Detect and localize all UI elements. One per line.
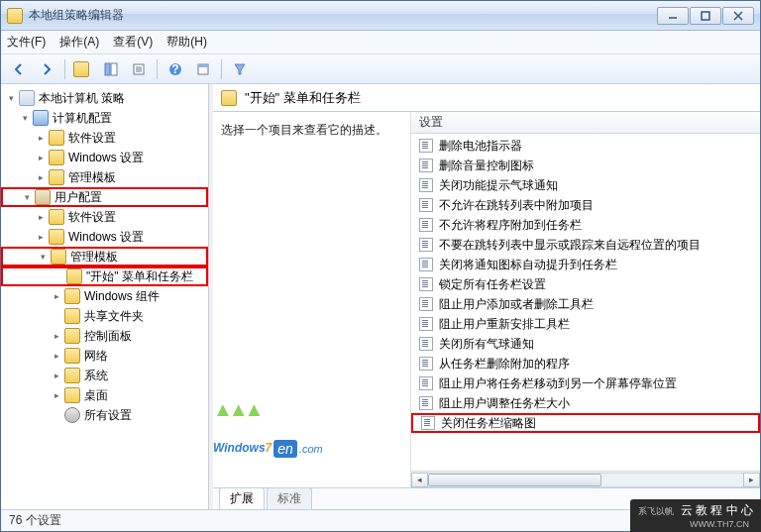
footer-main: 云 教 程 中 心: [681, 503, 753, 517]
tree-computer[interactable]: ▾计算机配置: [1, 108, 208, 128]
menubar: 文件(F) 操作(A) 查看(V) 帮助(H): [1, 31, 760, 54]
expander-icon[interactable]: ▾: [37, 251, 49, 263]
tree-user[interactable]: ▾用户配置: [1, 187, 208, 207]
expander-icon[interactable]: ▸: [35, 152, 47, 163]
tree-startmenu[interactable]: •"开始" 菜单和任务栏: [1, 266, 208, 286]
tree-winset1[interactable]: ▸Windows 设置: [1, 148, 208, 167]
list-item-label: 锁定所有任务栏设置: [439, 276, 546, 293]
app-window: 本地组策略编辑器 文件(F) 操作(A) 查看(V) 帮助(H) ? ▾本地计算…: [0, 0, 761, 532]
scroll-track[interactable]: [428, 473, 743, 487]
folder-icon: [66, 268, 82, 284]
policy-item-icon: [419, 258, 433, 271]
expander-icon[interactable]: ▸: [35, 171, 47, 183]
tree-admintpl1[interactable]: ▸管理模板: [1, 167, 208, 187]
menu-help[interactable]: 帮助(H): [166, 34, 207, 51]
svg-rect-1: [702, 12, 709, 20]
h-scrollbar[interactable]: ◂ ▸: [411, 471, 760, 487]
tab-standard[interactable]: 标准: [267, 487, 312, 509]
tree-label: 网络: [84, 348, 108, 365]
export-button[interactable]: [127, 57, 151, 81]
policy-item-icon: [421, 416, 435, 430]
properties-button[interactable]: [191, 57, 215, 81]
tree-wincmp[interactable]: ▸Windows 组件: [1, 286, 208, 306]
list-item[interactable]: 删除音量控制图标: [411, 156, 760, 175]
pane-heading: "开始" 菜单和任务栏: [213, 84, 760, 112]
help-button[interactable]: ?: [163, 57, 187, 81]
minimize-button[interactable]: [657, 7, 689, 25]
tree-root[interactable]: ▾本地计算机 策略: [1, 88, 208, 108]
tree-system[interactable]: ▸系统: [1, 366, 208, 385]
footer-badge: 系飞以帆 云 教 程 中 心 WWW.TH7.CN: [630, 499, 761, 532]
expander-icon[interactable]: ▾: [5, 92, 17, 104]
scroll-thumb[interactable]: [428, 474, 601, 486]
tree-network[interactable]: ▸网络: [1, 346, 208, 366]
back-button[interactable]: [7, 57, 31, 81]
expander-icon[interactable]: ▸: [51, 370, 62, 381]
list-item[interactable]: 关闭将通知图标自动提升到任务栏: [411, 255, 760, 274]
expander-icon[interactable]: ▸: [35, 231, 47, 243]
svg-rect-4: [105, 63, 110, 75]
expander-icon[interactable]: ▸: [51, 330, 62, 342]
tree-label: Windows 设置: [68, 150, 144, 166]
expander-icon[interactable]: ▸: [51, 350, 62, 362]
titlebar[interactable]: 本地组策略编辑器: [1, 1, 760, 31]
content-area: 选择一个项目来查看它的描述。 设置 删除电池指示器删除音量控制图标关闭功能提示气…: [213, 112, 760, 487]
list-item[interactable]: 不允许将程序附加到任务栏: [411, 215, 760, 235]
tree-label: 本地计算机 策略: [39, 90, 125, 107]
list-item[interactable]: 从任务栏删除附加的程序: [411, 354, 760, 373]
list-item[interactable]: 阻止用户调整任务栏大小: [411, 393, 760, 413]
menu-file[interactable]: 文件(F): [7, 34, 46, 51]
filter-button[interactable]: [228, 57, 252, 81]
policy-item-icon: [419, 297, 433, 311]
list-item[interactable]: 删除电池指示器: [411, 136, 760, 156]
folder-icon: [49, 229, 64, 245]
list-item[interactable]: 不要在跳转列表中显示或跟踪来自远程位置的项目: [411, 235, 760, 255]
list-item[interactable]: 阻止用户重新安排工具栏: [411, 314, 760, 334]
column-header[interactable]: 设置: [411, 112, 760, 134]
folder-icon: [64, 348, 80, 364]
settings-list[interactable]: 删除电池指示器删除音量控制图标关闭功能提示气球通知不允许在跳转列表中附加项目不允…: [411, 134, 760, 471]
tree-winset2[interactable]: ▸Windows 设置: [1, 227, 208, 247]
maximize-button[interactable]: [690, 7, 721, 25]
scroll-left-icon[interactable]: ◂: [411, 473, 428, 487]
tree-soft2[interactable]: ▸软件设置: [1, 207, 208, 227]
tree-shared[interactable]: •共享文件夹: [1, 306, 208, 326]
tree-ctrlpanel[interactable]: ▸控制面板: [1, 326, 208, 346]
expander-icon[interactable]: ▸: [35, 211, 47, 223]
heading-text: "开始" 菜单和任务栏: [245, 89, 361, 107]
expander-icon[interactable]: ▸: [51, 290, 62, 302]
client-area: ▾本地计算机 策略 ▾计算机配置 ▸软件设置 ▸Windows 设置 ▸管理模板…: [1, 84, 760, 509]
tree-desktop[interactable]: ▸桌面: [1, 385, 208, 405]
forward-button[interactable]: [35, 57, 58, 81]
footer-small: 系飞以帆: [638, 506, 674, 516]
folder-icon: [51, 249, 66, 265]
close-button[interactable]: [722, 7, 754, 25]
tree-soft1[interactable]: ▸软件设置: [1, 128, 208, 148]
tree-label: 共享文件夹: [84, 308, 144, 325]
menu-view[interactable]: 查看(V): [113, 34, 153, 51]
list-item[interactable]: 阻止用户将任务栏移动到另一个屏幕停靠位置: [411, 373, 760, 393]
list-item-label: 阻止用户将任务栏移动到另一个屏幕停靠位置: [439, 375, 677, 392]
list-item-label: 删除电池指示器: [439, 138, 522, 155]
list-item[interactable]: 关闭所有气球通知: [411, 334, 760, 354]
show-hide-tree-button[interactable]: [99, 57, 123, 81]
tab-extended[interactable]: 扩展: [219, 487, 265, 509]
list-item[interactable]: 不允许在跳转列表中附加项目: [411, 195, 760, 215]
list-item[interactable]: 锁定所有任务栏设置: [411, 274, 760, 294]
expander-icon[interactable]: ▾: [19, 112, 31, 124]
up-button[interactable]: [71, 57, 95, 81]
tree-pane[interactable]: ▾本地计算机 策略 ▾计算机配置 ▸软件设置 ▸Windows 设置 ▸管理模板…: [1, 84, 209, 509]
folder-icon: [221, 90, 237, 106]
tree-admintpl2[interactable]: ▾管理模板: [1, 247, 208, 266]
expander-icon[interactable]: ▸: [51, 389, 62, 401]
list-item[interactable]: 关闭功能提示气球通知: [411, 175, 760, 195]
expander-icon[interactable]: ▾: [21, 191, 33, 203]
folder-icon: [49, 130, 64, 146]
list-item[interactable]: 关闭任务栏缩略图: [411, 413, 760, 433]
list-item[interactable]: 阻止用户添加或者删除工具栏: [411, 294, 760, 314]
scroll-right-icon[interactable]: ▸: [743, 473, 760, 487]
menu-action[interactable]: 操作(A): [59, 34, 99, 51]
policy-item-icon: [419, 139, 433, 153]
expander-icon[interactable]: ▸: [35, 132, 47, 144]
tree-allset[interactable]: •所有设置: [1, 405, 208, 425]
